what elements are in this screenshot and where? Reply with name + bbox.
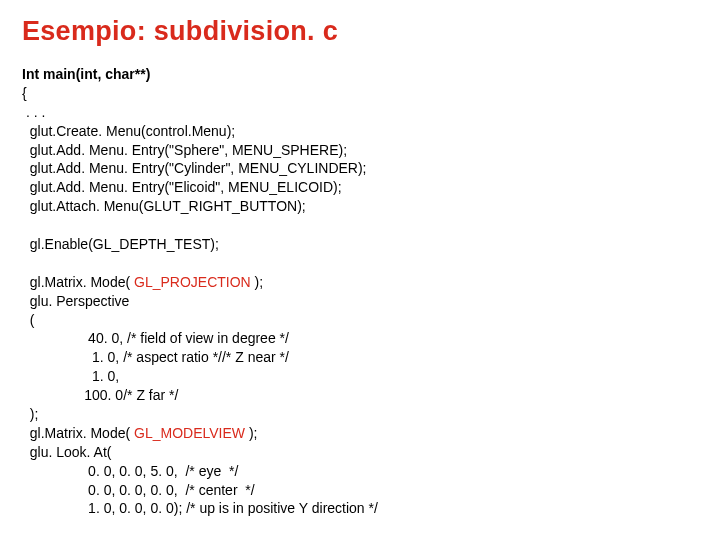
code-line: gl.Matrix. Mode( (22, 274, 134, 290)
code-line: glut.Add. Menu. Entry("Cylinder", MENU_C… (22, 160, 367, 176)
code-line: ); (245, 425, 257, 441)
code-block: Int main(int, char**) { . . . glut.Creat… (22, 65, 698, 518)
code-line: glut.Add. Menu. Entry("Sphere", MENU_SPH… (22, 142, 347, 158)
code-line: ( (22, 312, 34, 328)
slide: Esempio: subdivision. c Int main(int, ch… (0, 0, 720, 540)
code-line: glut.Add. Menu. Entry("Elicoid", MENU_EL… (22, 179, 342, 195)
code-line: gl.Matrix. Mode( (22, 425, 134, 441)
code-line: 1. 0, (22, 368, 119, 384)
function-signature: Int main(int, char**) (22, 66, 150, 82)
gl-projection-const: GL_PROJECTION (134, 274, 251, 290)
code-line: 40. 0, /* field of view in degree */ (22, 330, 289, 346)
code-line: gl.Enable(GL_DEPTH_TEST); (22, 236, 219, 252)
code-line: ); (251, 274, 263, 290)
code-line: 1. 0, 0. 0, 0. 0); /* up is in positive … (22, 500, 378, 516)
code-line: glu. Look. At( (22, 444, 112, 460)
code-line: glut.Create. Menu(control.Menu); (22, 123, 235, 139)
code-line: 0. 0, 0. 0, 5. 0, /* eye */ (22, 463, 238, 479)
code-line: 100. 0/* Z far */ (22, 387, 178, 403)
gl-modelview-const: GL_MODELVIEW (134, 425, 245, 441)
code-line: 1. 0, /* aspect ratio *//* Z near */ (22, 349, 289, 365)
slide-title: Esempio: subdivision. c (22, 16, 698, 47)
code-line: . . . (22, 104, 45, 120)
code-line: glu. Perspective (22, 293, 129, 309)
code-line: { (22, 85, 27, 101)
code-line: ); (22, 406, 38, 422)
code-line: 0. 0, 0. 0, 0. 0, /* center */ (22, 482, 255, 498)
code-line: glut.Attach. Menu(GLUT_RIGHT_BUTTON); (22, 198, 306, 214)
